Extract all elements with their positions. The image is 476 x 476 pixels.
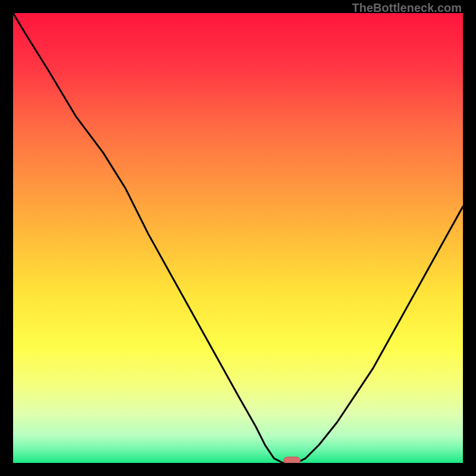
chart-svg (13, 13, 463, 463)
plot-area (13, 13, 463, 463)
optimal-marker (284, 457, 300, 463)
chart-container: TheBottleneck.com (0, 0, 476, 476)
watermark-text: TheBottleneck.com (352, 1, 462, 15)
